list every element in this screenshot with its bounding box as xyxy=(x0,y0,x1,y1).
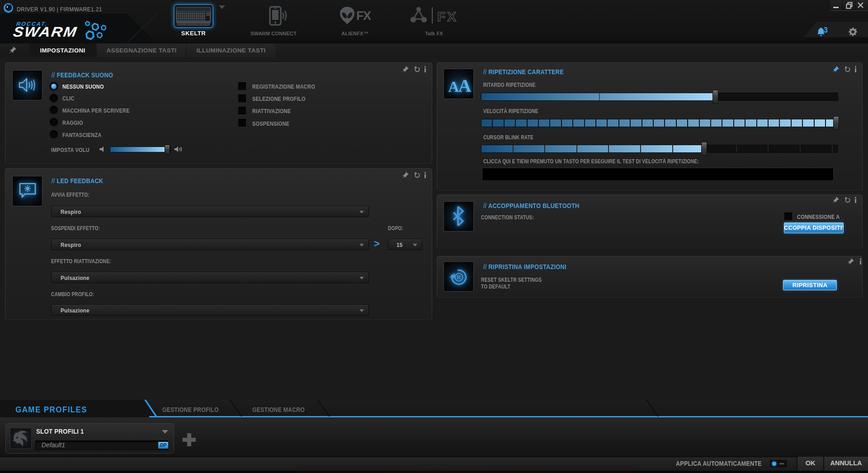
svg-text:R: R xyxy=(457,274,461,281)
svg-text:FX: FX xyxy=(437,9,456,24)
svg-text:FX: FX xyxy=(356,9,371,23)
